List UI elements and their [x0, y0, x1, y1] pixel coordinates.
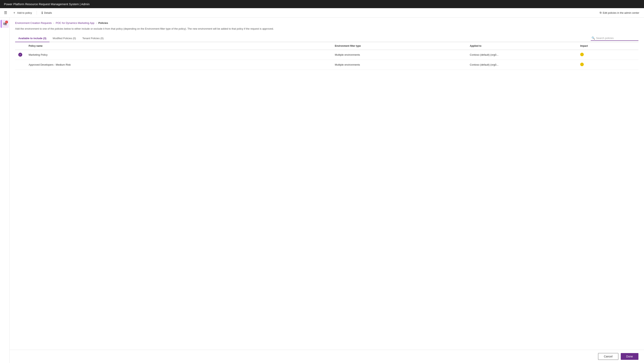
main-layout: 🛍 1 Environment Creation Requests › POC …: [0, 18, 644, 363]
col-env-filter: Environment filter type: [332, 42, 466, 50]
table-body: ✓ Marketing Policy Multiple environments…: [15, 50, 638, 70]
toolbar-divider: [36, 11, 37, 15]
table-row[interactable]: ✓ Marketing Policy Multiple environments…: [15, 50, 638, 60]
breadcrumb-step2-link[interactable]: POC for Dynamics Marketing App: [56, 22, 94, 24]
table-header: Policy name Environment filter type Appl…: [15, 42, 638, 50]
tab-modified[interactable]: Modified Policies (0): [50, 35, 79, 42]
search-icon: 🔍: [592, 36, 595, 40]
done-button[interactable]: Done: [621, 353, 638, 360]
row1-applied-to: Contoso (default) (org0...: [467, 50, 577, 60]
toolbar: ☰ ＋ Add to policy ℹ Details ⧉ Edit polic…: [0, 8, 644, 18]
search-input[interactable]: [596, 36, 636, 40]
table-container: Policy name Environment filter type Appl…: [15, 42, 638, 346]
external-link-icon: ⧉: [600, 11, 602, 14]
row2-check: [15, 60, 26, 70]
side-nav: 🛍 1: [0, 18, 10, 363]
selected-check-icon: ✓: [18, 53, 22, 57]
edit-policies-label: Edit policies in the admin center: [603, 11, 639, 14]
col-applied-to: Applied to: [467, 42, 577, 50]
row1-check: ✓: [15, 50, 26, 60]
row2-applied-to: Contoso (default) (org0...: [467, 60, 577, 70]
row1-policy-name: Marketing Policy: [26, 50, 332, 60]
col-policy-name: Policy name: [26, 42, 332, 50]
add-to-policy-label: Add to policy: [17, 11, 32, 14]
footer-area: Cancel Done: [10, 350, 644, 363]
breadcrumb-sep1: ›: [53, 22, 54, 24]
breadcrumb-step1-link[interactable]: Environment Creation Requests: [15, 22, 52, 24]
toolbar-right: ⧉ Edit policies in the admin center: [598, 10, 641, 15]
info-icon: ℹ: [42, 11, 43, 15]
breadcrumb-current: Policies: [98, 22, 108, 24]
nav-badge: 1: [5, 21, 8, 24]
col-check: [15, 42, 26, 50]
nav-requests-button[interactable]: 🛍 1: [1, 20, 9, 28]
tabs-container: Available to include (3) Modified Polici…: [15, 35, 638, 42]
add-to-policy-button[interactable]: ＋ Add to policy: [11, 10, 34, 16]
title-bar: Power Platform Resource Request Manageme…: [0, 0, 644, 8]
row2-policy-name: Approved Developers - Medium Risk: [26, 60, 332, 70]
row1-impact: [577, 50, 638, 60]
impact-dot-yellow: [580, 53, 584, 56]
toolbar-left: ☰ ＋ Add to policy ℹ Details: [3, 10, 54, 16]
edit-policies-link[interactable]: ⧉ Edit policies in the admin center: [598, 10, 641, 15]
tab-available[interactable]: Available to include (3): [15, 35, 50, 42]
app-title: Power Platform Resource Request Manageme…: [4, 2, 90, 6]
breadcrumb: Environment Creation Requests › POC for …: [15, 22, 638, 24]
impact-dot-yellow-2: [580, 62, 584, 66]
search-container: 🔍: [591, 36, 638, 41]
details-button[interactable]: ℹ Details: [40, 10, 54, 16]
row2-env-filter: Multiple environments: [332, 60, 466, 70]
table-row[interactable]: Approved Developers - Medium Risk Multip…: [15, 60, 638, 70]
col-impact: Impact: [577, 42, 638, 50]
page-description: Add the environment to one of the polici…: [15, 27, 294, 31]
hamburger-button[interactable]: ☰: [3, 10, 8, 16]
tab-tenant[interactable]: Tenant Policies (0): [79, 35, 107, 42]
policies-table: Policy name Environment filter type Appl…: [15, 42, 638, 70]
row1-env-filter: Multiple environments: [332, 50, 466, 60]
row2-impact: [577, 60, 638, 70]
content-area: Environment Creation Requests › POC for …: [10, 18, 644, 350]
cancel-button[interactable]: Cancel: [598, 353, 618, 360]
details-label: Details: [44, 11, 52, 14]
breadcrumb-sep2: ›: [96, 22, 97, 24]
plus-icon: ＋: [13, 11, 16, 15]
